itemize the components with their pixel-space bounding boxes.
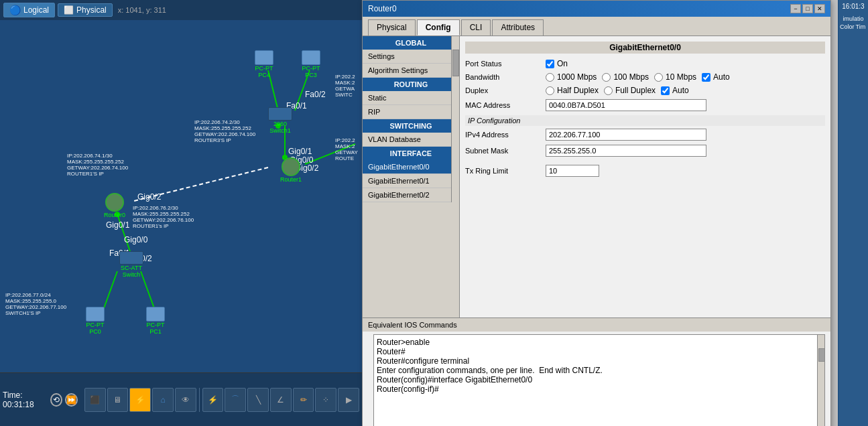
half-duplex-label: Half Duplex [557, 86, 599, 95]
duplex-row: Duplex Half Duplex Full Duplex Auto [465, 86, 825, 95]
pc0-label: PC-PTPC0 [86, 322, 105, 335]
info-router1-gig: IP:202.206.76.2/30MASK:255.255.255.252GE… [133, 205, 194, 229]
tool-delete[interactable]: ⌂ [152, 388, 174, 412]
tool-move[interactable]: 🖥 [107, 388, 129, 412]
sidebar-scrollbar[interactable] [451, 36, 459, 202]
time-display: Time: 00:31:18 ⟲ ⏩ [3, 390, 78, 409]
ios-content: Router>enable Router# Router#configure t… [377, 338, 819, 394]
tool-note[interactable]: ⚡ [129, 388, 151, 412]
ios-scrollbar-thumb[interactable] [818, 348, 825, 362]
physical-button[interactable]: ⬜ Physical [58, 3, 113, 17]
full-duplex-radio[interactable] [604, 86, 613, 95]
sidebar-scrollbar-thumb[interactable] [452, 50, 459, 76]
subnet-label: Subnet Mask [465, 147, 546, 155]
subnet-input[interactable] [546, 145, 706, 157]
sidebar-rip[interactable]: RIP [363, 105, 459, 119]
tx-ring-input[interactable] [546, 165, 599, 177]
tool-straight[interactable]: ╲ [247, 388, 269, 412]
node-pc1[interactable]: PC-PTPC1 [146, 307, 165, 335]
tool-extra[interactable]: ▶ [338, 388, 359, 412]
tab-physical[interactable]: Physical [368, 19, 416, 36]
node-pc4[interactable]: PC-PTPC4 [255, 50, 273, 78]
duplex-label: Duplex [465, 86, 546, 94]
sidebar-settings[interactable]: Settings [363, 50, 459, 64]
node-pc0[interactable]: PC-PTPC0 [86, 307, 105, 335]
ios-terminal[interactable]: Router>enable Router# Router#configure t… [373, 334, 822, 426]
tx-ring-controls [546, 165, 825, 177]
duplex-auto-group: Auto [661, 86, 689, 95]
interface-header: INTERFACE [363, 147, 459, 160]
node-pc3[interactable]: PC-PTPC3 [302, 50, 320, 78]
bandwidth-auto-group: Auto [702, 72, 730, 82]
port-status-controls: On [546, 59, 825, 68]
bandwidth-10-label: 10 Mbps [666, 72, 696, 82]
ipv4-input[interactable] [546, 129, 706, 141]
duplex-controls: Half Duplex Full Duplex Auto [546, 86, 825, 95]
tool-angle[interactable]: ∠ [270, 388, 292, 412]
tab-cli[interactable]: CLI [461, 19, 491, 36]
switching-header: SWITCHING [363, 119, 459, 133]
svg-line-6 [104, 271, 117, 308]
logical-button[interactable]: 🔵 Logical [3, 3, 55, 17]
bandwidth-100-radio[interactable] [602, 73, 611, 82]
subnet-row: Subnet Mask [465, 145, 825, 157]
bandwidth-10: 10 Mbps [654, 72, 696, 82]
duplex-auto-checkbox[interactable] [661, 86, 670, 95]
far-right-panel: 16:01:3 imulatio Color Tim [838, 0, 868, 426]
port-status-checkbox[interactable] [546, 60, 554, 68]
sidebar-algorithm-settings[interactable]: Algorithm Settings [363, 64, 459, 78]
node-2960[interactable]: 2960Switch1 [268, 107, 292, 134]
tab-config[interactable]: Config [417, 19, 460, 36]
reset-button[interactable]: ⟲ [50, 393, 62, 407]
svg-text:Gig0/1: Gig0/1 [106, 220, 130, 230]
port-status-label: Port Status [465, 60, 546, 68]
tool-pencil[interactable]: ✏ [293, 388, 314, 412]
sidebar-gig0-1[interactable]: GigabitEthernet0/1 [363, 174, 459, 188]
maximize-button[interactable]: □ [802, 4, 813, 13]
routing-header: ROUTING [363, 78, 459, 91]
pc1-icon [146, 307, 165, 322]
node-router0[interactable]: Router0 [104, 193, 125, 218]
mac-row: MAC Address [465, 99, 825, 111]
bottom-toolbar: Time: 00:31:18 ⟲ ⏩ ⬛ 🖥 ⚡ ⌂ 👁 ⚡ ⌒ ╲ ∠ ✏ ⁘… [0, 372, 362, 426]
dialog-title: Router0 [368, 4, 397, 13]
sidebar-vlan[interactable]: VLAN Database [363, 133, 459, 147]
bandwidth-10-radio[interactable] [654, 73, 663, 82]
tool-select[interactable]: ⬛ [84, 388, 106, 412]
subnet-controls [546, 145, 825, 157]
sidebar-static[interactable]: Static [363, 91, 459, 105]
dialog-titlebar: Router0 − □ ✕ [363, 1, 830, 17]
port-status-checkbox-group: On [546, 59, 568, 68]
half-duplex-radio[interactable] [546, 86, 554, 95]
tim-label: Tim [856, 23, 866, 30]
sidebar-gig0-0[interactable]: GigabitEthernet0/0 [363, 160, 459, 174]
dialog-tabs: Physical Config CLI Attributes [363, 17, 830, 36]
close-button[interactable]: ✕ [814, 4, 825, 13]
bandwidth-auto-checkbox[interactable] [702, 73, 710, 82]
tool-inspect[interactable]: 👁 [175, 388, 196, 412]
switch-2960-icon [268, 107, 292, 121]
full-duplex-group: Full Duplex [604, 86, 656, 95]
mac-input[interactable] [546, 99, 706, 111]
right-panel: Router0 − □ ✕ Physical Config CLI Attrib… [362, 0, 868, 426]
fast-forward-button[interactable]: ⏩ [65, 393, 78, 407]
pc3-label: PC-PTPC3 [302, 65, 320, 78]
top-bar: 🔵 Logical ⬜ Physical x: 1041, y: 311 [0, 0, 362, 20]
tool-curve[interactable]: ⌒ [225, 388, 246, 412]
node-router1[interactable]: Router1 [280, 157, 302, 183]
tool-dots[interactable]: ⁘ [315, 388, 336, 412]
far-right-time: 16:01:3 [839, 0, 868, 13]
tool-lightning[interactable]: ⚡ [202, 388, 224, 412]
bandwidth-1000-radio[interactable] [546, 73, 554, 82]
svg-text:Gig0/2: Gig0/2 [137, 192, 162, 202]
tx-ring-row: Tx Ring Limit [465, 165, 825, 177]
sidebar-gig0-2[interactable]: GigabitEthernet0/2 [363, 188, 459, 202]
minimize-button[interactable]: − [790, 4, 801, 13]
tab-attributes[interactable]: Attributes [492, 19, 544, 36]
info-switch1: IP:202.206.77.0/24MASK:255.255.255.0GETW… [5, 292, 66, 316]
ios-scrollbar[interactable] [817, 334, 825, 426]
node-switch-att[interactable]: SC-ATTSwitch [119, 251, 143, 278]
left-panel: 🔵 Logical ⬜ Physical x: 1041, y: 311 [0, 0, 362, 426]
far-right-buttons: Color Tim [839, 22, 868, 31]
bandwidth-auto-label: Auto [713, 72, 730, 82]
